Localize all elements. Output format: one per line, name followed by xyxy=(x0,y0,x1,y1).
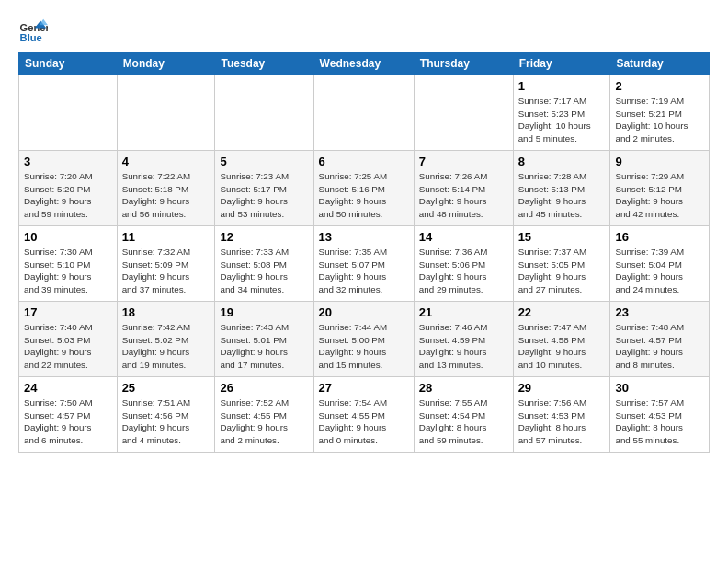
day-number: 19 xyxy=(220,305,308,319)
calendar-header-wednesday: Wednesday xyxy=(313,52,414,75)
day-number: 25 xyxy=(122,381,210,395)
day-number: 23 xyxy=(615,305,704,319)
day-info: Sunrise: 7:46 AM Sunset: 4:59 PM Dayligh… xyxy=(419,321,508,372)
calendar-week-1: 3Sunrise: 7:20 AM Sunset: 5:20 PM Daylig… xyxy=(19,151,710,226)
day-number: 4 xyxy=(122,155,210,168)
day-info: Sunrise: 7:22 AM Sunset: 5:18 PM Dayligh… xyxy=(122,170,210,221)
day-number: 7 xyxy=(419,155,508,168)
day-number: 14 xyxy=(419,230,508,244)
calendar-week-3: 17Sunrise: 7:40 AM Sunset: 5:03 PM Dayli… xyxy=(19,302,710,377)
calendar-cell: 3Sunrise: 7:20 AM Sunset: 5:20 PM Daylig… xyxy=(19,151,118,226)
day-info: Sunrise: 7:33 AM Sunset: 5:08 PM Dayligh… xyxy=(220,246,308,296)
calendar-header-row: SundayMondayTuesdayWednesdayThursdayFrid… xyxy=(19,52,710,75)
calendar-cell: 4Sunrise: 7:22 AM Sunset: 5:18 PM Daylig… xyxy=(117,151,215,226)
day-info: Sunrise: 7:29 AM Sunset: 5:12 PM Dayligh… xyxy=(615,170,704,221)
day-info: Sunrise: 7:50 AM Sunset: 4:57 PM Dayligh… xyxy=(24,396,112,447)
day-number: 12 xyxy=(220,230,308,244)
day-info: Sunrise: 7:52 AM Sunset: 4:55 PM Dayligh… xyxy=(220,396,308,447)
calendar-cell xyxy=(19,75,118,151)
calendar-cell: 18Sunrise: 7:42 AM Sunset: 5:02 PM Dayli… xyxy=(117,302,215,377)
day-number: 26 xyxy=(220,381,308,395)
day-info: Sunrise: 7:40 AM Sunset: 5:03 PM Dayligh… xyxy=(24,321,112,372)
calendar-cell: 2Sunrise: 7:19 AM Sunset: 5:21 PM Daylig… xyxy=(610,75,710,151)
day-number: 18 xyxy=(122,305,210,319)
calendar-cell: 6Sunrise: 7:25 AM Sunset: 5:16 PM Daylig… xyxy=(313,151,414,226)
calendar-cell: 29Sunrise: 7:56 AM Sunset: 4:53 PM Dayli… xyxy=(513,377,610,453)
day-info: Sunrise: 7:35 AM Sunset: 5:07 PM Dayligh… xyxy=(319,246,409,296)
day-info: Sunrise: 7:56 AM Sunset: 4:53 PM Dayligh… xyxy=(518,396,606,447)
calendar-cell: 23Sunrise: 7:48 AM Sunset: 4:57 PM Dayli… xyxy=(610,302,710,377)
calendar-cell: 11Sunrise: 7:32 AM Sunset: 5:09 PM Dayli… xyxy=(117,226,215,302)
calendar-header-saturday: Saturday xyxy=(610,52,710,75)
calendar-cell: 5Sunrise: 7:23 AM Sunset: 5:17 PM Daylig… xyxy=(215,151,313,226)
day-number: 16 xyxy=(615,230,704,244)
day-info: Sunrise: 7:17 AM Sunset: 5:23 PM Dayligh… xyxy=(518,95,606,145)
day-info: Sunrise: 7:43 AM Sunset: 5:01 PM Dayligh… xyxy=(220,321,308,372)
day-number: 27 xyxy=(319,381,409,395)
calendar-header-thursday: Thursday xyxy=(414,52,513,75)
day-info: Sunrise: 7:48 AM Sunset: 4:57 PM Dayligh… xyxy=(615,321,704,372)
day-number: 3 xyxy=(24,155,112,168)
calendar-cell: 14Sunrise: 7:36 AM Sunset: 5:06 PM Dayli… xyxy=(414,226,513,302)
day-info: Sunrise: 7:36 AM Sunset: 5:06 PM Dayligh… xyxy=(419,246,508,296)
calendar-week-4: 24Sunrise: 7:50 AM Sunset: 4:57 PM Dayli… xyxy=(19,377,710,453)
calendar-cell: 15Sunrise: 7:37 AM Sunset: 5:05 PM Dayli… xyxy=(513,226,610,302)
svg-text:Blue: Blue xyxy=(20,32,42,43)
day-info: Sunrise: 7:30 AM Sunset: 5:10 PM Dayligh… xyxy=(24,246,112,296)
day-number: 13 xyxy=(319,230,409,244)
page-container: General Blue SundayMondayTuesdayWednesda… xyxy=(0,0,728,462)
calendar-cell: 9Sunrise: 7:29 AM Sunset: 5:12 PM Daylig… xyxy=(610,151,710,226)
calendar-cell: 25Sunrise: 7:51 AM Sunset: 4:56 PM Dayli… xyxy=(117,377,215,453)
day-number: 29 xyxy=(518,381,606,395)
calendar-cell: 7Sunrise: 7:26 AM Sunset: 5:14 PM Daylig… xyxy=(414,151,513,226)
day-number: 9 xyxy=(615,155,704,168)
day-info: Sunrise: 7:57 AM Sunset: 4:53 PM Dayligh… xyxy=(615,396,704,447)
day-number: 1 xyxy=(518,79,606,93)
day-number: 6 xyxy=(319,155,409,168)
calendar-cell: 28Sunrise: 7:55 AM Sunset: 4:54 PM Dayli… xyxy=(414,377,513,453)
day-number: 24 xyxy=(24,381,112,395)
logo-icon: General Blue xyxy=(18,15,48,44)
day-number: 8 xyxy=(518,155,606,168)
day-info: Sunrise: 7:42 AM Sunset: 5:02 PM Dayligh… xyxy=(122,321,210,372)
calendar-cell: 24Sunrise: 7:50 AM Sunset: 4:57 PM Dayli… xyxy=(19,377,118,453)
day-number: 28 xyxy=(419,381,508,395)
day-number: 17 xyxy=(24,305,112,319)
calendar-cell: 22Sunrise: 7:47 AM Sunset: 4:58 PM Dayli… xyxy=(513,302,610,377)
day-number: 2 xyxy=(615,79,704,93)
day-number: 30 xyxy=(615,381,704,395)
calendar-cell xyxy=(117,75,215,151)
day-info: Sunrise: 7:32 AM Sunset: 5:09 PM Dayligh… xyxy=(122,246,210,296)
day-info: Sunrise: 7:39 AM Sunset: 5:04 PM Dayligh… xyxy=(615,246,704,296)
calendar-header-monday: Monday xyxy=(117,52,215,75)
calendar-week-2: 10Sunrise: 7:30 AM Sunset: 5:10 PM Dayli… xyxy=(19,226,710,302)
calendar-cell: 17Sunrise: 7:40 AM Sunset: 5:03 PM Dayli… xyxy=(19,302,118,377)
calendar-cell xyxy=(414,75,513,151)
calendar-cell: 30Sunrise: 7:57 AM Sunset: 4:53 PM Dayli… xyxy=(610,377,710,453)
calendar-cell: 19Sunrise: 7:43 AM Sunset: 5:01 PM Dayli… xyxy=(215,302,313,377)
calendar-cell: 8Sunrise: 7:28 AM Sunset: 5:13 PM Daylig… xyxy=(513,151,610,226)
calendar-cell: 12Sunrise: 7:33 AM Sunset: 5:08 PM Dayli… xyxy=(215,226,313,302)
day-number: 10 xyxy=(24,230,112,244)
calendar-cell: 1Sunrise: 7:17 AM Sunset: 5:23 PM Daylig… xyxy=(513,75,610,151)
day-info: Sunrise: 7:47 AM Sunset: 4:58 PM Dayligh… xyxy=(518,321,606,372)
calendar-cell: 21Sunrise: 7:46 AM Sunset: 4:59 PM Dayli… xyxy=(414,302,513,377)
calendar-header-tuesday: Tuesday xyxy=(215,52,313,75)
calendar-cell: 13Sunrise: 7:35 AM Sunset: 5:07 PM Dayli… xyxy=(313,226,414,302)
day-info: Sunrise: 7:44 AM Sunset: 5:00 PM Dayligh… xyxy=(319,321,409,372)
day-number: 20 xyxy=(319,305,409,319)
day-info: Sunrise: 7:25 AM Sunset: 5:16 PM Dayligh… xyxy=(319,170,409,221)
day-info: Sunrise: 7:37 AM Sunset: 5:05 PM Dayligh… xyxy=(518,246,606,296)
day-number: 11 xyxy=(122,230,210,244)
day-number: 21 xyxy=(419,305,508,319)
day-number: 5 xyxy=(220,155,308,168)
day-number: 22 xyxy=(518,305,606,319)
day-info: Sunrise: 7:55 AM Sunset: 4:54 PM Dayligh… xyxy=(419,396,508,447)
day-number: 15 xyxy=(518,230,606,244)
day-info: Sunrise: 7:23 AM Sunset: 5:17 PM Dayligh… xyxy=(220,170,308,221)
calendar-cell: 27Sunrise: 7:54 AM Sunset: 4:55 PM Dayli… xyxy=(313,377,414,453)
day-info: Sunrise: 7:54 AM Sunset: 4:55 PM Dayligh… xyxy=(319,396,409,447)
calendar-cell xyxy=(215,75,313,151)
calendar-cell: 20Sunrise: 7:44 AM Sunset: 5:00 PM Dayli… xyxy=(313,302,414,377)
day-info: Sunrise: 7:20 AM Sunset: 5:20 PM Dayligh… xyxy=(24,170,112,221)
